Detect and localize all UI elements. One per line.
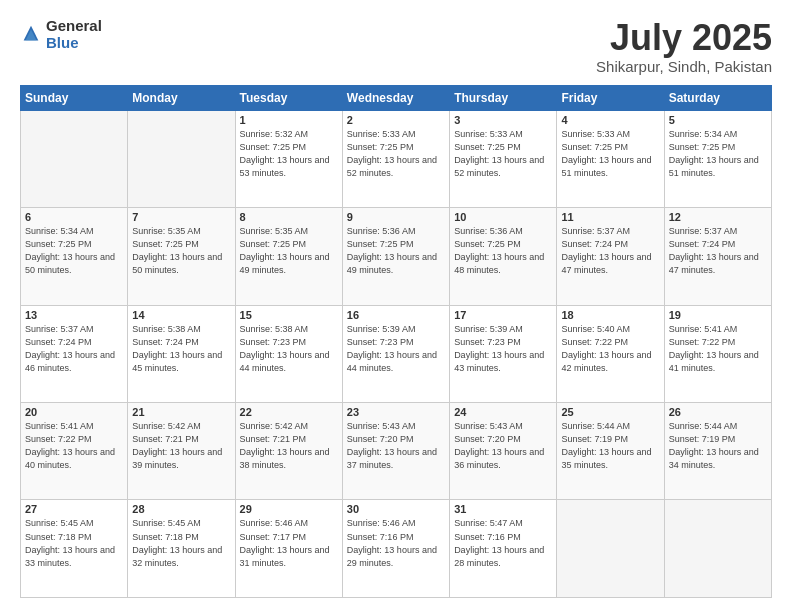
day-info: Sunrise: 5:33 AMSunset: 7:25 PMDaylight:… (561, 128, 659, 180)
sunset: Sunset: 7:25 PM (454, 142, 521, 152)
day-info: Sunrise: 5:39 AMSunset: 7:23 PMDaylight:… (347, 323, 445, 375)
day-number: 17 (454, 309, 552, 321)
logo-general: General (46, 18, 102, 35)
calendar-cell: 22Sunrise: 5:42 AMSunset: 7:21 PMDayligh… (235, 403, 342, 500)
day-number: 27 (25, 503, 123, 515)
sunrise: Sunrise: 5:47 AM (454, 518, 523, 528)
daylight: Daylight: 13 hours and 48 minutes. (454, 252, 544, 275)
logo-icon (20, 24, 42, 46)
page: General Blue July 2025 Shikarpur, Sindh,… (0, 0, 792, 612)
logo-text: General Blue (46, 18, 102, 51)
day-number: 8 (240, 211, 338, 223)
calendar-cell (557, 500, 664, 598)
day-number: 19 (669, 309, 767, 321)
calendar-cell: 23Sunrise: 5:43 AMSunset: 7:20 PMDayligh… (342, 403, 449, 500)
sunset: Sunset: 7:19 PM (669, 434, 736, 444)
sunrise: Sunrise: 5:34 AM (25, 226, 94, 236)
calendar-cell (664, 500, 771, 598)
sunset: Sunset: 7:24 PM (132, 337, 199, 347)
day-info: Sunrise: 5:44 AMSunset: 7:19 PMDaylight:… (669, 420, 767, 472)
daylight: Daylight: 13 hours and 40 minutes. (25, 447, 115, 470)
calendar-cell: 14Sunrise: 5:38 AMSunset: 7:24 PMDayligh… (128, 305, 235, 402)
calendar-cell: 28Sunrise: 5:45 AMSunset: 7:18 PMDayligh… (128, 500, 235, 598)
day-info: Sunrise: 5:40 AMSunset: 7:22 PMDaylight:… (561, 323, 659, 375)
day-number: 20 (25, 406, 123, 418)
header: General Blue July 2025 Shikarpur, Sindh,… (20, 18, 772, 75)
calendar-cell: 11Sunrise: 5:37 AMSunset: 7:24 PMDayligh… (557, 208, 664, 305)
day-info: Sunrise: 5:46 AMSunset: 7:16 PMDaylight:… (347, 517, 445, 569)
daylight: Daylight: 13 hours and 50 minutes. (25, 252, 115, 275)
sunrise: Sunrise: 5:41 AM (25, 421, 94, 431)
day-number: 26 (669, 406, 767, 418)
daylight: Daylight: 13 hours and 52 minutes. (454, 155, 544, 178)
calendar-cell: 30Sunrise: 5:46 AMSunset: 7:16 PMDayligh… (342, 500, 449, 598)
day-info: Sunrise: 5:39 AMSunset: 7:23 PMDaylight:… (454, 323, 552, 375)
sunrise: Sunrise: 5:39 AM (347, 324, 416, 334)
calendar-row-4: 20Sunrise: 5:41 AMSunset: 7:22 PMDayligh… (21, 403, 772, 500)
calendar-cell: 29Sunrise: 5:46 AMSunset: 7:17 PMDayligh… (235, 500, 342, 598)
daylight: Daylight: 13 hours and 49 minutes. (240, 252, 330, 275)
day-info: Sunrise: 5:45 AMSunset: 7:18 PMDaylight:… (25, 517, 123, 569)
sunset: Sunset: 7:23 PM (347, 337, 414, 347)
day-info: Sunrise: 5:36 AMSunset: 7:25 PMDaylight:… (454, 225, 552, 277)
day-info: Sunrise: 5:37 AMSunset: 7:24 PMDaylight:… (669, 225, 767, 277)
sunrise: Sunrise: 5:37 AM (561, 226, 630, 236)
daylight: Daylight: 13 hours and 32 minutes. (132, 545, 222, 568)
calendar-cell: 16Sunrise: 5:39 AMSunset: 7:23 PMDayligh… (342, 305, 449, 402)
calendar-cell: 26Sunrise: 5:44 AMSunset: 7:19 PMDayligh… (664, 403, 771, 500)
calendar-cell: 6Sunrise: 5:34 AMSunset: 7:25 PMDaylight… (21, 208, 128, 305)
sunrise: Sunrise: 5:40 AM (561, 324, 630, 334)
sunrise: Sunrise: 5:37 AM (669, 226, 738, 236)
daylight: Daylight: 13 hours and 51 minutes. (669, 155, 759, 178)
daylight: Daylight: 13 hours and 44 minutes. (347, 350, 437, 373)
daylight: Daylight: 13 hours and 38 minutes. (240, 447, 330, 470)
day-number: 4 (561, 114, 659, 126)
calendar-cell (21, 110, 128, 207)
day-number: 14 (132, 309, 230, 321)
logo-blue: Blue (46, 35, 102, 52)
calendar-cell: 15Sunrise: 5:38 AMSunset: 7:23 PMDayligh… (235, 305, 342, 402)
sunset: Sunset: 7:18 PM (25, 532, 92, 542)
daylight: Daylight: 13 hours and 45 minutes. (132, 350, 222, 373)
sunrise: Sunrise: 5:38 AM (240, 324, 309, 334)
sunset: Sunset: 7:25 PM (347, 239, 414, 249)
daylight: Daylight: 13 hours and 37 minutes. (347, 447, 437, 470)
sunset: Sunset: 7:25 PM (240, 142, 307, 152)
day-number: 7 (132, 211, 230, 223)
day-number: 12 (669, 211, 767, 223)
sunset: Sunset: 7:20 PM (454, 434, 521, 444)
calendar-cell: 5Sunrise: 5:34 AMSunset: 7:25 PMDaylight… (664, 110, 771, 207)
day-number: 31 (454, 503, 552, 515)
day-info: Sunrise: 5:38 AMSunset: 7:23 PMDaylight:… (240, 323, 338, 375)
calendar-cell: 25Sunrise: 5:44 AMSunset: 7:19 PMDayligh… (557, 403, 664, 500)
daylight: Daylight: 13 hours and 35 minutes. (561, 447, 651, 470)
day-info: Sunrise: 5:37 AMSunset: 7:24 PMDaylight:… (25, 323, 123, 375)
day-info: Sunrise: 5:42 AMSunset: 7:21 PMDaylight:… (240, 420, 338, 472)
logo: General Blue (20, 18, 102, 51)
day-number: 21 (132, 406, 230, 418)
sunset: Sunset: 7:23 PM (240, 337, 307, 347)
day-number: 6 (25, 211, 123, 223)
daylight: Daylight: 13 hours and 42 minutes. (561, 350, 651, 373)
day-info: Sunrise: 5:45 AMSunset: 7:18 PMDaylight:… (132, 517, 230, 569)
daylight: Daylight: 13 hours and 41 minutes. (669, 350, 759, 373)
calendar-header-row: Sunday Monday Tuesday Wednesday Thursday… (21, 85, 772, 110)
day-number: 11 (561, 211, 659, 223)
sunset: Sunset: 7:22 PM (561, 337, 628, 347)
sunset: Sunset: 7:25 PM (561, 142, 628, 152)
sunrise: Sunrise: 5:42 AM (240, 421, 309, 431)
calendar-table: Sunday Monday Tuesday Wednesday Thursday… (20, 85, 772, 598)
daylight: Daylight: 13 hours and 53 minutes. (240, 155, 330, 178)
calendar-cell: 13Sunrise: 5:37 AMSunset: 7:24 PMDayligh… (21, 305, 128, 402)
daylight: Daylight: 13 hours and 31 minutes. (240, 545, 330, 568)
sunset: Sunset: 7:23 PM (454, 337, 521, 347)
day-info: Sunrise: 5:34 AMSunset: 7:25 PMDaylight:… (25, 225, 123, 277)
day-info: Sunrise: 5:41 AMSunset: 7:22 PMDaylight:… (669, 323, 767, 375)
sunrise: Sunrise: 5:39 AM (454, 324, 523, 334)
sunset: Sunset: 7:16 PM (454, 532, 521, 542)
daylight: Daylight: 13 hours and 52 minutes. (347, 155, 437, 178)
col-sunday: Sunday (21, 85, 128, 110)
day-info: Sunrise: 5:41 AMSunset: 7:22 PMDaylight:… (25, 420, 123, 472)
calendar-cell: 8Sunrise: 5:35 AMSunset: 7:25 PMDaylight… (235, 208, 342, 305)
daylight: Daylight: 13 hours and 44 minutes. (240, 350, 330, 373)
